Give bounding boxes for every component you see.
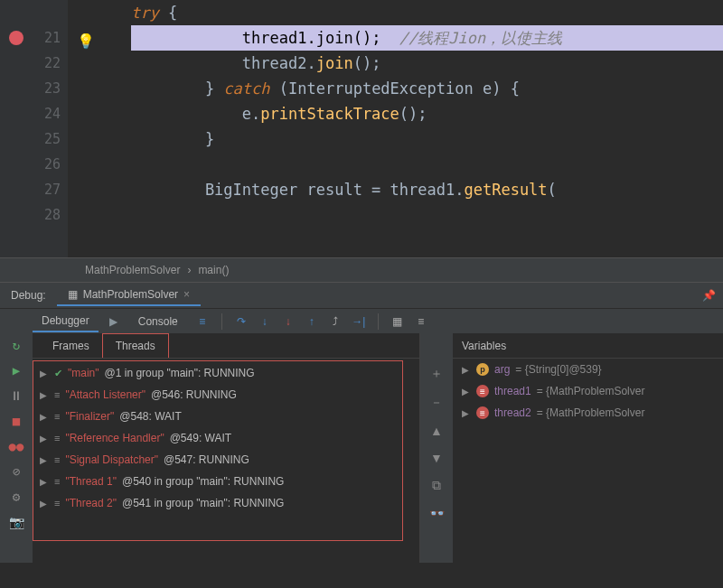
run-to-cursor-icon[interactable]: →| [351, 313, 367, 330]
rerun-icon[interactable]: ↻ [8, 337, 24, 353]
stop-icon[interactable]: ■ [8, 413, 24, 429]
line-number: 26 [44, 156, 61, 173]
duplicate-icon[interactable]: ⧉ [432, 478, 441, 493]
debug-session-tab[interactable]: ▦ MathProblemSolver × [57, 285, 201, 306]
add-watch-icon[interactable]: ＋ [430, 366, 443, 382]
var-badge-icon: ≡ [476, 406, 489, 419]
evaluate-icon[interactable]: ▦ [390, 313, 406, 330]
code-line: } catch (InterruptedException e) { [131, 76, 723, 101]
thread-row[interactable]: ▶≡"Thread 2"@541 in group "main": RUNNIN… [33, 492, 419, 514]
thread-row[interactable]: ▶≡"Reference Handler"@549: WAIT [33, 427, 419, 449]
expand-icon[interactable]: ▶ [40, 455, 49, 465]
step-into-icon[interactable]: ↓ [257, 313, 273, 330]
variable-value: = {String[0]@539} [515, 363, 601, 376]
threads-icon[interactable]: ≡ [194, 313, 211, 330]
down-icon[interactable]: ▼ [430, 451, 443, 465]
expand-icon[interactable]: ▶ [462, 408, 471, 418]
glasses-icon[interactable]: 👓 [429, 506, 445, 520]
mute-breakpoints-icon[interactable]: ⊘ [8, 463, 24, 480]
gutter-line: 26 [0, 152, 61, 177]
line-gutter: 21 22 23 24 25 26 27 28 💡 [0, 0, 68, 257]
variable-row[interactable]: ▶parg = {String[0]@539} [453, 359, 723, 380]
line-number: 28 [44, 207, 61, 223]
tab-threads[interactable]: Threads [102, 333, 169, 358]
chevron-right-icon: › [187, 264, 191, 276]
code-line: } [131, 126, 723, 152]
expand-icon[interactable]: ▶ [462, 387, 471, 397]
variable-value: = {MathProblemSolver [537, 406, 645, 419]
tab-console[interactable]: Console [129, 312, 187, 331]
thread-row[interactable]: ▶≡"Attach Listener"@546: RUNNING [33, 384, 419, 406]
remove-watch-icon[interactable]: － [430, 395, 443, 411]
code-text: (); [353, 29, 399, 47]
variables-header: Variables [453, 333, 723, 359]
code-line [131, 152, 723, 177]
expand-icon[interactable]: ▶ [40, 390, 49, 400]
code-text: e. [131, 105, 260, 123]
thread-row[interactable]: ▶≡"Finalizer"@548: WAIT [33, 406, 419, 427]
expand-icon[interactable]: ▶ [40, 369, 49, 378]
breadcrumb-class[interactable]: MathProblemSolver [85, 264, 180, 276]
camera-icon[interactable]: 📷 [8, 514, 24, 530]
tab-debugger[interactable]: Debugger [33, 311, 99, 332]
gutter-line: 22 [0, 51, 61, 76]
frames-threads-tabs: Frames Threads [33, 333, 419, 359]
trace-icon[interactable]: ≡ [413, 313, 429, 330]
expand-icon[interactable]: ▶ [462, 365, 471, 375]
thread-name: "Finalizer" [65, 410, 114, 423]
expand-icon[interactable]: ▶ [40, 499, 49, 509]
breadcrumb[interactable]: MathProblemSolver › main() [0, 257, 723, 283]
thread-row[interactable]: ▶✔"main"@1 in group "main": RUNNING [33, 362, 419, 384]
expand-icon[interactable]: ▶ [40, 477, 49, 487]
keyword: catch [223, 79, 269, 98]
method: printStackTrace [260, 105, 399, 123]
line-number: 23 [44, 80, 61, 97]
thread-status: @549: WAIT [170, 432, 231, 444]
force-step-into-icon[interactable]: ↓ [280, 313, 296, 330]
variables-toolbar: ＋ － ▲ ▼ ⧉ 👓 [420, 333, 453, 563]
breakpoint-icon[interactable] [9, 31, 23, 45]
gutter-line[interactable]: 21 [0, 25, 61, 51]
thread-list: ▶✔"main"@1 in group "main": RUNNING▶≡"At… [33, 359, 419, 518]
expand-icon[interactable]: ▶ [40, 412, 49, 422]
tab-frames[interactable]: Frames [40, 334, 102, 358]
breadcrumb-method[interactable]: main() [198, 264, 229, 276]
thread-icon: ≡ [54, 433, 60, 443]
thread-status: @548: WAIT [119, 410, 181, 423]
resume-icon[interactable]: ▶ [8, 362, 24, 378]
keyword: try [131, 4, 159, 22]
var-badge-icon: p [476, 363, 489, 376]
line-number: 24 [44, 106, 61, 122]
view-breakpoints-icon[interactable]: ●● [8, 438, 24, 454]
pause-icon[interactable]: ⏸ [8, 387, 24, 404]
code-line: try { [131, 0, 723, 25]
thread-icon: ≡ [54, 476, 60, 487]
debug-label: Debug: [0, 289, 57, 302]
close-icon[interactable]: × [183, 288, 190, 301]
pin-icon[interactable]: 📌 [702, 289, 716, 302]
drop-frame-icon[interactable]: ⤴ [327, 313, 343, 330]
step-out-icon[interactable]: ↑ [304, 313, 320, 330]
variable-row[interactable]: ▶≡thread1 = {MathProblemSolver [453, 380, 723, 402]
code-text: (); [353, 54, 381, 72]
gutter-line [0, 0, 61, 25]
expand-icon[interactable]: ▶ [40, 434, 49, 443]
code-area[interactable]: try { thread1.join(); //线程Jion，以使主线 thre… [68, 0, 723, 257]
code-editor[interactable]: 21 22 23 24 25 26 27 28 💡 try { thread1.… [0, 0, 723, 257]
thread-row[interactable]: ▶≡"Thread 1"@540 in group "main": RUNNIN… [33, 471, 419, 492]
up-icon[interactable]: ▲ [430, 424, 443, 438]
threads-panel: Frames Threads ▶✔"main"@1 in group "main… [33, 333, 419, 563]
thread-status: @541 in group "main": RUNNING [122, 497, 284, 509]
settings-icon[interactable]: ⚙ [8, 489, 24, 505]
thread-name: "Thread 1" [65, 475, 117, 488]
variable-row[interactable]: ▶≡thread2 = {MathProblemSolver [453, 402, 723, 424]
variables-panel: ＋ － ▲ ▼ ⧉ 👓 Variables ▶parg = {String[0]… [419, 333, 723, 563]
step-over-icon[interactable]: ↷ [233, 313, 249, 330]
code-text: } [131, 79, 223, 98]
thread-row[interactable]: ▶≡"Signal Dispatcher"@547: RUNNING [33, 449, 419, 471]
thread-icon: ≡ [54, 389, 60, 400]
thread-status: @540 in group "main": RUNNING [122, 475, 284, 488]
thread-name: "Attach Listener" [65, 388, 146, 401]
thread-icon: ≡ [54, 454, 60, 465]
variable-name: thread1 [494, 385, 531, 397]
